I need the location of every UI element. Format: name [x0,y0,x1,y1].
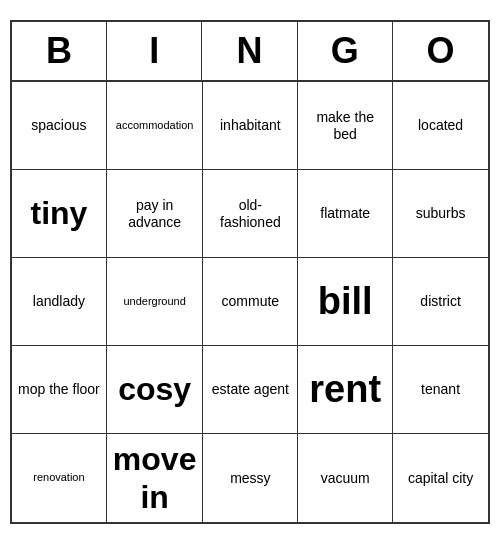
bingo-cell-15[interactable]: mop the floor [12,346,107,434]
bingo-cell-21[interactable]: move in [107,434,204,522]
header-letter-n: N [202,22,297,80]
header-letter-i: I [107,22,202,80]
bingo-cell-7[interactable]: old-fashioned [203,170,298,258]
bingo-card: BINGO spaciousaccommodationinhabitantmak… [10,20,490,524]
bingo-cell-17[interactable]: estate agent [203,346,298,434]
bingo-grid: spaciousaccommodationinhabitantmake the … [12,82,488,522]
bingo-cell-11[interactable]: underground [107,258,204,346]
bingo-cell-22[interactable]: messy [203,434,298,522]
bingo-cell-6[interactable]: pay in advance [107,170,204,258]
header-letter-o: O [393,22,488,80]
bingo-cell-19[interactable]: tenant [393,346,488,434]
bingo-cell-8[interactable]: flatmate [298,170,393,258]
bingo-cell-9[interactable]: suburbs [393,170,488,258]
bingo-cell-24[interactable]: capital city [393,434,488,522]
bingo-cell-4[interactable]: located [393,82,488,170]
bingo-cell-0[interactable]: spacious [12,82,107,170]
bingo-cell-23[interactable]: vacuum [298,434,393,522]
bingo-cell-20[interactable]: renovation [12,434,107,522]
bingo-cell-14[interactable]: district [393,258,488,346]
bingo-cell-13[interactable]: bill [298,258,393,346]
header-letter-g: G [298,22,393,80]
bingo-cell-5[interactable]: tiny [12,170,107,258]
bingo-cell-10[interactable]: landlady [12,258,107,346]
bingo-cell-2[interactable]: inhabitant [203,82,298,170]
bingo-cell-12[interactable]: commute [203,258,298,346]
bingo-cell-1[interactable]: accommodation [107,82,204,170]
bingo-cell-16[interactable]: cosy [107,346,204,434]
header-letter-b: B [12,22,107,80]
bingo-cell-18[interactable]: rent [298,346,393,434]
bingo-header: BINGO [12,22,488,82]
bingo-cell-3[interactable]: make the bed [298,82,393,170]
